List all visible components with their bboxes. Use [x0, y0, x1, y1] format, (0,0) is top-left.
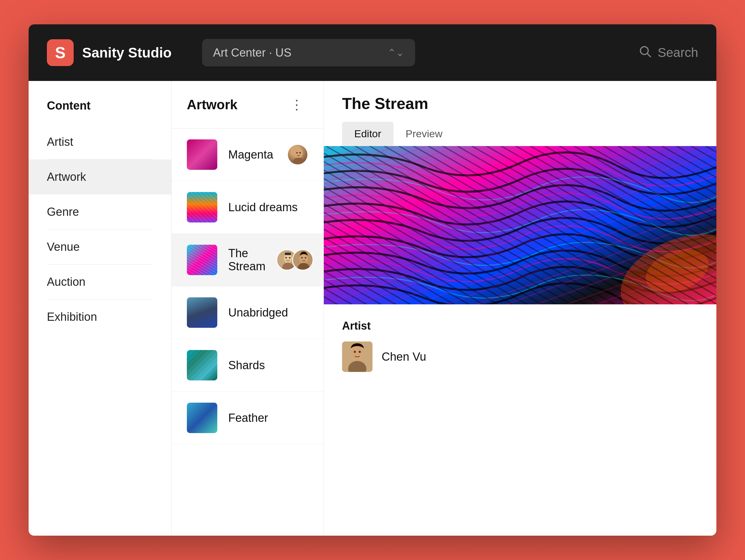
right-body: Artist — [324, 146, 716, 405]
artwork-item-the-stream[interactable]: The Stream — [172, 234, 324, 286]
search-area[interactable]: Search — [638, 44, 698, 61]
avatars-stream — [276, 249, 314, 270]
artwork-thumb-magenta — [187, 139, 217, 170]
app-title: Sanity Studio — [82, 44, 172, 61]
sidebar-item-genre[interactable]: Genre — [29, 195, 171, 229]
svg-point-24 — [359, 351, 361, 353]
sidebar-item-venue[interactable]: Venue — [29, 229, 171, 264]
right-panel: The Stream Editor Preview — [324, 81, 716, 536]
avatar — [287, 144, 308, 165]
artwork-thumb-unabridged — [187, 297, 217, 328]
middle-panel: Artwork ⋮ Magenta — [172, 81, 324, 536]
sidebar-item-exhibition[interactable]: Exhibition — [29, 299, 171, 334]
right-panel-title: The Stream — [342, 94, 698, 112]
search-icon — [638, 44, 652, 61]
more-options-icon[interactable]: ⋮ — [285, 94, 308, 115]
sidebar-item-auction[interactable]: Auction — [29, 264, 171, 299]
artwork-name: Feather — [228, 411, 308, 425]
artwork-hero-image — [324, 146, 716, 304]
artwork-thumb-the-stream — [187, 245, 217, 275]
panel-header: Artwork ⋮ — [172, 81, 324, 128]
svg-point-18 — [609, 218, 716, 304]
artwork-item-lucid-dreams[interactable]: Lucid dreams — [172, 181, 324, 234]
artwork-name: Magenta — [228, 148, 276, 161]
sidebar-header: Content — [29, 93, 171, 125]
tabs: Editor Preview — [342, 122, 698, 146]
artwork-name: Shards — [228, 359, 308, 372]
svg-point-9 — [286, 257, 287, 259]
artist-name: Chen Vu — [382, 350, 426, 363]
panel-title: Artwork — [187, 97, 285, 112]
artist-section: Artist — [324, 304, 716, 387]
svg-point-3 — [292, 158, 304, 164]
chevron-updown-icon: ⌃⌄ — [388, 47, 404, 59]
artwork-thumb-shards — [187, 350, 217, 381]
topbar: S Sanity Studio Art Center · US ⌃⌄ Searc… — [29, 24, 716, 81]
artwork-thumb-feather — [187, 403, 217, 433]
sidebar-item-artwork[interactable]: Artwork — [29, 160, 171, 195]
tab-preview[interactable]: Preview — [393, 122, 455, 146]
right-header: The Stream Editor Preview — [324, 81, 716, 146]
svg-point-16 — [305, 257, 306, 259]
sidebar: Content Artist Artwork Genre Venue Aucti… — [29, 81, 172, 536]
svg-line-1 — [647, 54, 650, 57]
artwork-name: The Stream — [228, 247, 265, 273]
avatar — [292, 249, 314, 270]
svg-rect-17 — [324, 146, 716, 304]
logo-wrap: S Sanity Studio — [47, 39, 172, 66]
artwork-item-magenta[interactable]: Magenta — [172, 128, 324, 181]
artwork-item-unabridged[interactable]: Unabridged — [172, 286, 324, 339]
artwork-item-feather[interactable]: Feather — [172, 392, 324, 444]
artist-section-label: Artist — [342, 320, 698, 332]
svg-point-23 — [354, 351, 356, 353]
artwork-name: Lucid dreams — [228, 201, 308, 214]
svg-point-4 — [296, 152, 298, 154]
svg-point-15 — [301, 257, 303, 259]
artwork-name: Unabridged — [228, 306, 308, 319]
svg-point-10 — [289, 257, 291, 259]
workspace-label: Art Center · US — [213, 46, 380, 59]
svg-point-7 — [284, 254, 292, 263]
avatars-magenta — [287, 144, 308, 165]
artwork-list: Magenta — [172, 128, 324, 444]
artist-card[interactable]: Chen Vu — [342, 341, 698, 372]
app-window: S Sanity Studio Art Center · US ⌃⌄ Searc… — [29, 24, 716, 536]
main-content: Content Artist Artwork Genre Venue Aucti… — [29, 81, 716, 536]
workspace-selector[interactable]: Art Center · US ⌃⌄ — [202, 39, 415, 66]
svg-point-5 — [299, 152, 301, 154]
hero-image-canvas — [324, 146, 716, 304]
artist-avatar — [342, 341, 372, 372]
artwork-thumb-lucid-dreams — [187, 192, 217, 223]
svg-point-19 — [640, 241, 715, 301]
svg-point-2 — [294, 149, 303, 158]
tab-editor[interactable]: Editor — [342, 122, 393, 146]
app-logo-icon: S — [47, 39, 74, 66]
sidebar-item-artist[interactable]: Artist — [29, 125, 171, 160]
svg-rect-11 — [285, 253, 291, 255]
artwork-item-shards[interactable]: Shards — [172, 339, 324, 392]
svg-point-21 — [351, 346, 363, 360]
search-label: Search — [658, 45, 698, 60]
